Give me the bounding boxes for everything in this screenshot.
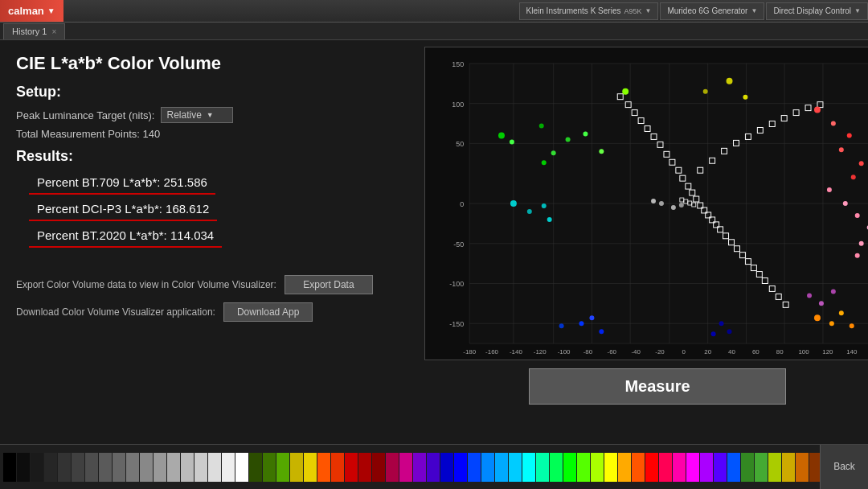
svg-point-122 bbox=[599, 329, 604, 334]
tab-bar: History 1 × bbox=[0, 23, 868, 40]
swatch-gray3 bbox=[99, 453, 112, 482]
svg-point-135 bbox=[659, 201, 664, 206]
svg-point-132 bbox=[819, 301, 824, 306]
svg-text:-50: -50 bbox=[453, 240, 464, 249]
svg-text:100: 100 bbox=[452, 101, 464, 109]
total-points-row: Total Measurement Points: 140 bbox=[16, 128, 402, 140]
measure-button[interactable]: Measure bbox=[529, 368, 786, 405]
export-section: Export Color Volume data to view in Colo… bbox=[16, 275, 402, 322]
svg-point-103 bbox=[743, 95, 747, 100]
logo-dropdown-arrow: ▼ bbox=[47, 6, 55, 15]
svg-text:40: 40 bbox=[728, 348, 735, 355]
total-points-label: Total Measurement Points: 140 bbox=[16, 128, 160, 140]
svg-text:-120: -120 bbox=[534, 348, 547, 355]
device-direct[interactable]: Direct Display Control ▼ bbox=[766, 2, 868, 20]
svg-point-111 bbox=[843, 201, 848, 206]
swatch-dark4 bbox=[58, 453, 71, 482]
swatch-c14 bbox=[427, 453, 440, 482]
result-bt709: Percent BT.709 L*a*b*: 251.586 bbox=[29, 171, 215, 195]
download-app-button[interactable]: Download App bbox=[223, 302, 313, 322]
calman-logo[interactable]: calman ▼ bbox=[0, 0, 63, 22]
swatch-c10 bbox=[372, 453, 385, 482]
device-murideo[interactable]: Murideo 6G Generator ▼ bbox=[660, 2, 764, 20]
svg-point-136 bbox=[671, 205, 676, 210]
swatch-c9 bbox=[358, 453, 371, 482]
tab-history1[interactable]: History 1 × bbox=[3, 23, 65, 39]
swatch-d3 bbox=[768, 453, 781, 482]
svg-point-94 bbox=[539, 124, 544, 129]
swatch-c5 bbox=[304, 453, 317, 482]
swatch-c1 bbox=[249, 453, 262, 482]
dropdown-arrow: ▼ bbox=[207, 111, 214, 119]
swatch-c17 bbox=[468, 453, 481, 482]
swatch-gray8 bbox=[167, 453, 180, 482]
device-murideo-label: Murideo 6G Generator bbox=[667, 6, 747, 15]
swatch-c25 bbox=[577, 453, 590, 482]
swatch-gray2 bbox=[85, 453, 98, 482]
svg-text:50: 50 bbox=[456, 140, 464, 148]
swatch-c20 bbox=[509, 453, 522, 482]
svg-point-133 bbox=[831, 289, 836, 294]
swatch-gray11 bbox=[208, 453, 221, 482]
swatch-c26 bbox=[591, 453, 604, 482]
swatch-c28 bbox=[618, 453, 631, 482]
swatch-c4 bbox=[290, 453, 303, 482]
swatch-c24 bbox=[563, 453, 576, 482]
svg-text:140: 140 bbox=[846, 348, 858, 355]
swatch-c30 bbox=[645, 453, 658, 482]
svg-text:120: 120 bbox=[822, 348, 833, 355]
swatch-c35 bbox=[714, 453, 727, 482]
peak-luminance-dropdown[interactable]: Relative ▼ bbox=[161, 107, 233, 123]
tab-history1-close[interactable]: × bbox=[51, 27, 56, 36]
swatch-c18 bbox=[481, 453, 494, 482]
svg-point-131 bbox=[807, 293, 812, 298]
peak-luminance-value: Relative bbox=[166, 109, 201, 121]
svg-point-105 bbox=[831, 121, 836, 126]
svg-point-130 bbox=[850, 323, 854, 328]
swatch-d4 bbox=[782, 453, 795, 482]
result-bt2020: Percent BT.2020 L*a*b*: 114.034 bbox=[29, 224, 222, 248]
svg-point-120 bbox=[579, 321, 584, 326]
svg-text:-60: -60 bbox=[608, 348, 617, 355]
top-right-controls: Klein Instruments K Series A95K ▼ Muride… bbox=[519, 0, 868, 22]
swatch-dark1 bbox=[17, 453, 30, 482]
swatch-c3 bbox=[276, 453, 289, 482]
svg-text:60: 60 bbox=[752, 348, 760, 355]
swatch-c2 bbox=[263, 453, 276, 482]
svg-point-110 bbox=[827, 187, 832, 192]
svg-point-137 bbox=[679, 203, 684, 208]
tab-history1-label: History 1 bbox=[12, 27, 47, 36]
result-dcip3: Percent DCI-P3 L*a*b*: 168.612 bbox=[29, 198, 217, 221]
swatch-c6 bbox=[317, 453, 330, 482]
svg-point-127 bbox=[814, 314, 821, 321]
svg-point-109 bbox=[851, 175, 856, 179]
page-title: CIE L*a*b* Color Volume bbox=[16, 53, 402, 74]
svg-point-121 bbox=[589, 315, 594, 320]
swatch-c29 bbox=[632, 453, 645, 482]
svg-text:150: 150 bbox=[452, 60, 464, 68]
svg-text:-100: -100 bbox=[558, 348, 571, 355]
swatch-c15 bbox=[440, 453, 453, 482]
svg-point-101 bbox=[727, 78, 733, 84]
svg-point-99 bbox=[599, 149, 604, 154]
swatch-d6 bbox=[809, 453, 820, 482]
svg-point-115 bbox=[855, 253, 860, 258]
device-klein[interactable]: Klein Instruments K Series A95K ▼ bbox=[519, 2, 659, 20]
device-direct-label: Direct Display Control bbox=[773, 6, 851, 15]
export-data-label: Export Color Volume data to view in Colo… bbox=[16, 279, 276, 290]
svg-point-112 bbox=[855, 213, 860, 218]
swatch-c22 bbox=[536, 453, 549, 482]
back-button-container[interactable]: Back bbox=[820, 444, 868, 489]
swatch-dark2 bbox=[31, 453, 43, 482]
swatch-gray6 bbox=[140, 453, 153, 482]
results-section: Results: Percent BT.709 L*a*b*: 251.586 … bbox=[16, 148, 402, 251]
export-data-button[interactable]: Export Data bbox=[285, 275, 373, 294]
swatch-d5 bbox=[796, 453, 809, 482]
swatch-c32 bbox=[673, 453, 686, 482]
setup-section: Setup: Peak Luminance Target (nits): Rel… bbox=[16, 84, 402, 140]
swatch-c23 bbox=[550, 453, 563, 482]
svg-point-119 bbox=[547, 217, 552, 222]
device-murideo-arrow: ▼ bbox=[751, 7, 757, 14]
svg-point-92 bbox=[498, 132, 505, 138]
chart-container: CIE L*A*B* bbox=[424, 47, 868, 360]
